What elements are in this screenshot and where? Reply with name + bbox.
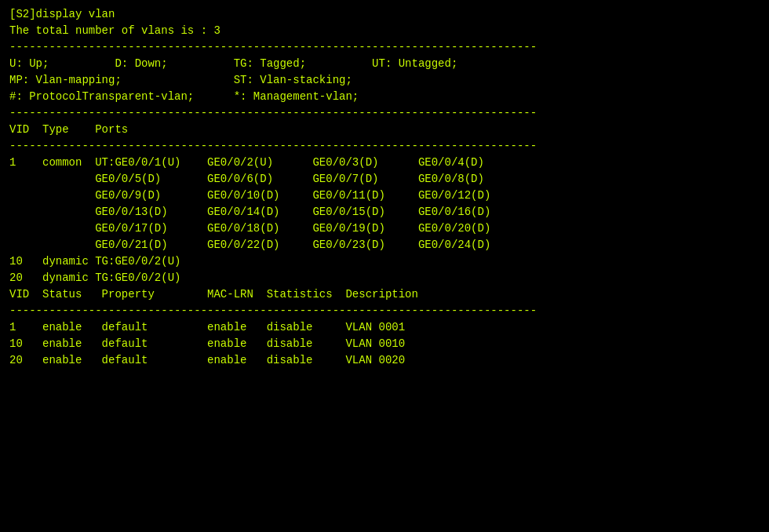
- terminal-line-total: The total number of vlans is : 3: [9, 23, 760, 39]
- terminal-line-legend2: MP: Vlan-mapping; ST: Vlan-stacking;: [9, 72, 760, 89]
- terminal-line-header2: VID Status Property MAC-LRN Statistics D…: [9, 286, 760, 303]
- terminal-line-legend1: U: Up; D: Down; TG: Tagged; UT: Untagged…: [9, 56, 760, 72]
- terminal-line-vlan1_info: 1 enable default enable disable VLAN 000…: [9, 319, 760, 336]
- terminal-line-vlan20_info: 20 enable default enable disable VLAN 00…: [9, 352, 760, 369]
- terminal-line-vlan20_row1: 20 dynamic TG:GE0/0/2(U): [9, 270, 760, 286]
- terminal-line-div3: ----------------------------------------…: [9, 138, 760, 155]
- terminal-line-vlan10_row1: 10 dynamic TG:GE0/0/2(U): [9, 253, 760, 270]
- terminal-line-div1: ----------------------------------------…: [9, 39, 760, 56]
- terminal-line-cmd: [S2]display vlan: [9, 6, 760, 23]
- terminal-line-vlan1_row4: GE0/0/13(D) GE0/0/14(D) GE0/0/15(D) GE0/…: [9, 204, 760, 220]
- terminal-line-vlan1_row3: GE0/0/9(D) GE0/0/10(D) GE0/0/11(D) GE0/0…: [9, 188, 760, 204]
- terminal-line-vlan1_row5: GE0/0/17(D) GE0/0/18(D) GE0/0/19(D) GE0/…: [9, 220, 760, 237]
- terminal-line-vlan1_row2: GE0/0/5(D) GE0/0/6(D) GE0/0/7(D) GE0/0/8…: [9, 171, 760, 188]
- terminal-line-vlan10_info: 10 enable default enable disable VLAN 00…: [9, 336, 760, 352]
- terminal-line-legend3: #: ProtocolTransparent-vlan; *: Manageme…: [9, 89, 760, 105]
- terminal-line-div4: ----------------------------------------…: [9, 303, 760, 319]
- terminal-line-header1: VID Type Ports: [9, 122, 760, 138]
- terminal-line-vlan1_row6: GE0/0/21(D) GE0/0/22(D) GE0/0/23(D) GE0/…: [9, 237, 760, 253]
- terminal-line-vlan1_row1: 1 common UT:GE0/0/1(U) GE0/0/2(U) GE0/0/…: [9, 155, 760, 171]
- terminal-line-div2: ----------------------------------------…: [9, 105, 760, 122]
- terminal-window: [S2]display vlanThe total number of vlan…: [9, 6, 760, 526]
